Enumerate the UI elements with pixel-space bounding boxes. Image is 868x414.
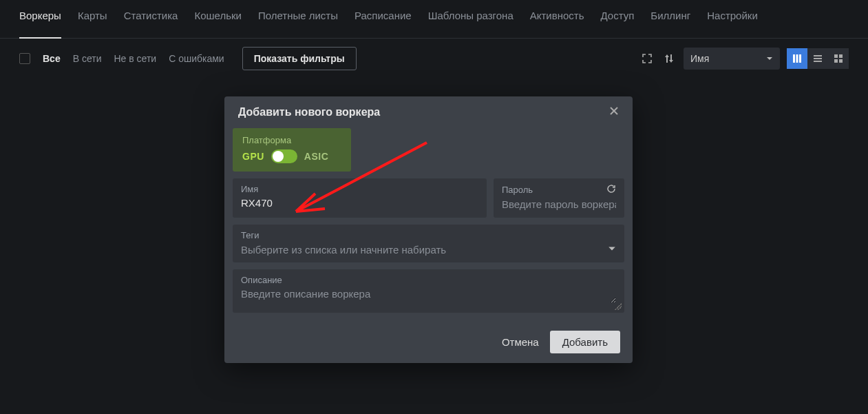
svg-rect-1 bbox=[796, 54, 798, 63]
add-button[interactable]: Добавить bbox=[550, 331, 620, 353]
view-list-button[interactable] bbox=[807, 48, 828, 69]
sort-direction-icon[interactable] bbox=[661, 51, 677, 66]
nav-access[interactable]: Доступ bbox=[601, 10, 635, 31]
nav-flightsheets[interactable]: Полетные листы bbox=[258, 10, 338, 31]
tags-input[interactable] bbox=[241, 244, 608, 256]
sort-dropdown[interactable]: Имя bbox=[684, 48, 780, 70]
description-label: Описание bbox=[241, 275, 616, 285]
tags-label: Теги bbox=[241, 230, 616, 240]
modal-footer: Отмена Добавить bbox=[224, 321, 633, 363]
show-filters-button[interactable]: Показать фильтры bbox=[242, 47, 357, 70]
nav-cards[interactable]: Карты bbox=[78, 10, 107, 31]
close-icon[interactable] bbox=[609, 106, 619, 118]
filter-offline[interactable]: Не в сети bbox=[114, 53, 156, 64]
platform-toggle[interactable] bbox=[271, 149, 297, 163]
svg-rect-4 bbox=[814, 58, 822, 59]
view-grid-button[interactable] bbox=[828, 48, 849, 69]
resize-grip-icon[interactable] bbox=[615, 303, 622, 310]
svg-rect-0 bbox=[793, 54, 795, 63]
password-label: Пароль bbox=[502, 185, 533, 195]
nav-schedule[interactable]: Расписание bbox=[354, 10, 412, 31]
svg-rect-9 bbox=[839, 59, 843, 63]
modal-header: Добавить нового воркера bbox=[224, 96, 633, 128]
nav-stats[interactable]: Статистика bbox=[124, 10, 178, 31]
top-nav: Воркеры Карты Статистика Кошельки Полетн… bbox=[0, 0, 868, 39]
tags-field: Теги bbox=[233, 225, 624, 262]
description-input[interactable] bbox=[241, 288, 616, 303]
nav-wallets[interactable]: Кошельки bbox=[194, 10, 241, 31]
modal-body: Платформа GPU ASIC Имя Пароль bbox=[224, 128, 633, 321]
right-tools: Имя bbox=[639, 48, 849, 70]
select-all-checkbox[interactable] bbox=[19, 53, 30, 64]
platform-box: Платформа GPU ASIC bbox=[233, 128, 351, 172]
svg-rect-6 bbox=[834, 54, 838, 58]
svg-rect-8 bbox=[834, 59, 838, 63]
svg-rect-7 bbox=[839, 54, 843, 58]
filter-errors[interactable]: С ошибками bbox=[169, 53, 224, 64]
svg-rect-5 bbox=[814, 61, 822, 62]
password-field: Пароль bbox=[494, 178, 624, 218]
password-input[interactable] bbox=[502, 198, 616, 210]
refresh-icon[interactable] bbox=[606, 184, 616, 196]
view-toggle bbox=[787, 48, 849, 69]
nav-activity[interactable]: Активность bbox=[530, 10, 584, 31]
description-field: Описание bbox=[233, 269, 624, 313]
name-field: Имя bbox=[233, 178, 487, 218]
nav-billing[interactable]: Биллинг bbox=[650, 10, 690, 31]
nav-settings[interactable]: Настройки bbox=[707, 10, 758, 31]
filter-all[interactable]: Все bbox=[43, 53, 61, 64]
modal-title: Добавить нового воркера bbox=[238, 106, 380, 118]
svg-rect-3 bbox=[814, 55, 822, 56]
platform-label: Платформа bbox=[242, 135, 341, 145]
platform-asic-label: ASIC bbox=[304, 151, 328, 162]
platform-gpu-label: GPU bbox=[242, 151, 264, 162]
svg-rect-2 bbox=[799, 54, 801, 63]
filter-bar: Все В сети Не в сети С ошибками Показать… bbox=[0, 39, 868, 79]
chevron-down-icon bbox=[766, 53, 773, 64]
view-cards-button[interactable] bbox=[787, 48, 807, 69]
nav-oc-templates[interactable]: Шаблоны разгона bbox=[428, 10, 514, 31]
nav-workers[interactable]: Воркеры bbox=[19, 10, 61, 39]
name-label: Имя bbox=[241, 184, 478, 194]
filter-online[interactable]: В сети bbox=[73, 53, 102, 64]
cancel-button[interactable]: Отмена bbox=[502, 336, 539, 348]
add-worker-modal: Добавить нового воркера Платформа GPU AS… bbox=[224, 96, 633, 363]
fullscreen-icon[interactable] bbox=[639, 51, 655, 66]
name-input[interactable] bbox=[241, 197, 478, 209]
sort-label: Имя bbox=[690, 53, 709, 64]
chevron-down-icon[interactable] bbox=[608, 243, 616, 256]
